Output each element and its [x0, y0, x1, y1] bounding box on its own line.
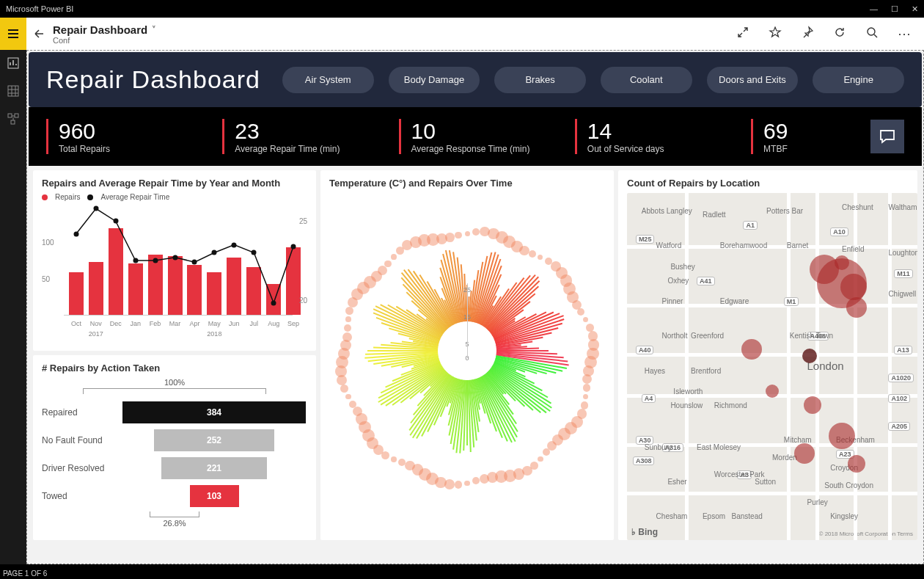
page-title: Repair Dashboard — [53, 23, 147, 36]
report-view-icon[interactable] — [7, 57, 19, 72]
category-coolant[interactable]: Coolant — [601, 67, 692, 93]
map-bubble — [741, 339, 762, 360]
kpi-avg-repair-time: 23Average Repair Time (min) — [222, 119, 376, 154]
road-badge: A13 — [894, 346, 912, 354]
chart-repairs-map[interactable]: Count of Repairs by Location ♭ Bing © 20… — [618, 170, 917, 540]
category-doors-exits[interactable]: Doors and Exits — [707, 67, 799, 93]
map-bubble — [804, 396, 821, 414]
category-body-damage[interactable]: Body Damage — [389, 67, 480, 93]
town-label: Esher — [667, 478, 686, 486]
kpi-out-of-service: 14Out of Service days — [575, 119, 729, 154]
town-label: Richmond — [714, 401, 747, 409]
view-switcher — [0, 50, 26, 564]
town-label: East Molesey — [697, 443, 741, 451]
favorite-icon[interactable] — [769, 26, 782, 42]
map-bubble — [794, 443, 815, 464]
town-label: Pinner — [662, 297, 683, 305]
town-label: Waltham — [888, 203, 917, 211]
comment-button[interactable] — [870, 120, 904, 153]
road-badge: A205 — [888, 422, 910, 431]
window-minimize-button[interactable]: — — [870, 4, 878, 14]
more-icon[interactable]: ⋯ — [898, 26, 912, 42]
bing-logo: ♭ Bing — [631, 527, 658, 537]
dashboard-title: Repair Dashboard — [46, 65, 260, 94]
map-bubble — [840, 274, 867, 300]
map-bubble — [835, 255, 849, 270]
town-label: Abbots Langley — [642, 207, 692, 215]
road-badge: A308 — [633, 456, 655, 465]
road-badge: A102 — [888, 394, 910, 403]
town-label: Cheshunt — [842, 203, 873, 211]
funnel-row: Driver Resolved221 — [42, 457, 307, 479]
pin-icon[interactable] — [801, 26, 814, 42]
chevron-down-icon[interactable]: ˅ — [152, 25, 156, 34]
road-badge: M25 — [636, 235, 655, 244]
kpi-total-repairs: 960Total Repairs — [46, 119, 200, 154]
town-label: Barnet — [787, 241, 808, 250]
town-label: South Croydon — [824, 481, 873, 489]
town-label: Bushey — [670, 263, 694, 271]
model-view-icon[interactable] — [7, 113, 19, 128]
app-title: Microsoft Power BI — [6, 4, 73, 13]
map-bubble — [829, 423, 855, 449]
funnel-row: No Fault Found252 — [42, 429, 307, 451]
legend-repairs: Repairs — [55, 193, 80, 201]
road-badge: M11 — [894, 269, 913, 278]
kpi-avg-response-time: 10Average Response Time (min) — [399, 119, 553, 154]
town-label: Chesham — [656, 512, 688, 520]
back-button[interactable] — [26, 18, 53, 50]
funnel-top-pct: 100% — [164, 378, 185, 387]
expand-icon[interactable] — [736, 26, 749, 42]
category-air-system[interactable]: Air System — [282, 67, 374, 93]
kpi-band: 960Total Repairs 23Average Repair Time (… — [29, 107, 922, 166]
category-engine[interactable]: Engine — [813, 67, 904, 93]
category-brakes[interactable]: Brakes — [494, 67, 586, 93]
map-copyright: © 2018 Microsoft Corporation Terms — [819, 531, 913, 537]
breadcrumb-sub: Conf — [53, 36, 156, 45]
window-titlebar: Microsoft Power BI — ☐ ✕ — [0, 0, 924, 18]
svg-rect-4 — [15, 114, 18, 117]
town-label: Brentford — [691, 367, 721, 375]
dashboard-header: Repair Dashboard Air System Body Damage … — [29, 52, 922, 107]
funnel-row: Towed103 — [42, 485, 307, 507]
map-bubble — [848, 455, 865, 473]
town-label: Hayes — [645, 367, 665, 375]
town-label: Hounslow — [670, 401, 703, 409]
window-close-button[interactable]: ✕ — [912, 4, 918, 14]
town-label: Enfield — [842, 245, 865, 253]
svg-rect-2 — [8, 86, 18, 96]
svg-rect-5 — [11, 120, 15, 124]
town-label: Edgware — [720, 297, 749, 305]
road-badge: A1 — [743, 221, 758, 230]
road-badge: A1020 — [888, 374, 914, 382]
town-label: Isleworth — [673, 387, 703, 396]
map-bubble — [802, 349, 817, 363]
town-label: Epsom — [703, 512, 725, 520]
town-label: Loughton — [888, 249, 917, 257]
funnel-row: Repaired384 — [42, 401, 307, 423]
map-bubble — [766, 385, 779, 398]
map-bubble — [846, 297, 867, 318]
chart-repairs-time[interactable]: Repairs and Average Repair Time by Year … — [33, 170, 316, 351]
hamburger-button[interactable] — [0, 18, 26, 50]
town-label: Watford — [656, 241, 682, 250]
chart-action-taken[interactable]: # Repairs by Action Taken 100% Repaired3… — [33, 355, 316, 540]
town-label: Northolt — [662, 332, 688, 340]
breadcrumb: Repair Dashboard ˅ Conf — [53, 23, 156, 45]
town-label: Banstead — [732, 512, 763, 520]
road-badge: A41 — [697, 277, 715, 285]
town-label: Kentish Town — [790, 332, 833, 340]
road-badge: M1 — [784, 297, 799, 306]
chart-temperature-radial[interactable]: Temperature (C°) and Repairs Over Time 5… — [320, 170, 614, 540]
town-label: Purley — [807, 498, 828, 506]
town-label: Borehamwood — [720, 241, 767, 250]
data-view-icon[interactable] — [7, 85, 19, 100]
window-maximize-button[interactable]: ☐ — [891, 4, 898, 14]
svg-point-0 — [868, 28, 875, 35]
search-icon[interactable] — [865, 26, 879, 42]
refresh-icon[interactable] — [833, 26, 846, 42]
road-badge: A40 — [636, 346, 654, 354]
road-badge: A10 — [830, 227, 848, 236]
town-label: Greenford — [691, 332, 724, 340]
funnel-bottom-pct: 26.8% — [163, 519, 186, 528]
